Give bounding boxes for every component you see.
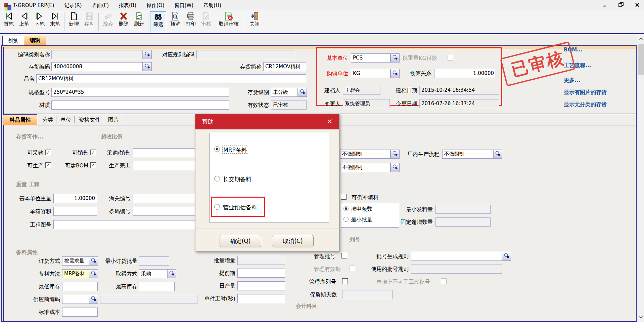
menu-app[interactable]: T-GROUP ERP(E): [13, 2, 54, 8]
close-icon[interactable]: ×: [634, 1, 641, 8]
dialog-option-longlead[interactable]: 长交期备料: [223, 175, 251, 183]
inv-code-lookup-button[interactable]: [143, 62, 152, 71]
lead-time-input[interactable]: [237, 269, 285, 278]
rule-code-input[interactable]: [196, 50, 295, 59]
toolbar-print[interactable]: 打印: [183, 11, 198, 32]
inv-level-lookup-button[interactable]: [298, 88, 307, 97]
toolbar-cancel-audit[interactable]: 取消审核: [214, 11, 243, 32]
subtab-image[interactable]: 图片: [106, 115, 121, 124]
audit-icon: [201, 11, 211, 21]
order-mode-lookup-button[interactable]: [89, 256, 98, 266]
acquire-input[interactable]: 采购: [139, 269, 167, 278]
toolbar-refresh[interactable]: 刷新: [131, 11, 147, 32]
dialog-radio-longlead[interactable]: [214, 176, 220, 182]
trade-unit-input[interactable]: KG: [351, 69, 390, 78]
toolbar-first-record[interactable]: 首笔: [1, 11, 16, 32]
tab-browse[interactable]: 浏览: [2, 36, 23, 45]
issue-by-request-radio[interactable]: [343, 206, 349, 211]
subtab-category[interactable]: 分类: [40, 115, 55, 124]
can-sell-checkbox[interactable]: ✓: [90, 150, 96, 155]
menu-window[interactable]: 窗口(W): [175, 2, 194, 9]
link-bom[interactable]: BOM...: [564, 47, 583, 53]
toolbar-prev-record[interactable]: 上笔: [16, 11, 32, 32]
vertical-scrollbar[interactable]: [637, 34, 644, 322]
subtab-qualification[interactable]: 资格文件: [76, 115, 103, 124]
limit2-input[interactable]: 不做限制: [340, 163, 390, 172]
can-produce-checkbox[interactable]: ✓: [45, 162, 51, 168]
supplier-input[interactable]: [62, 295, 89, 304]
product-name-input[interactable]: CR12MOV精料: [36, 74, 306, 83]
limit1-input[interactable]: 不做限制: [340, 150, 390, 159]
base-unit-lookup-button[interactable]: [390, 53, 400, 63]
manage-serial-checkbox[interactable]: [342, 278, 348, 284]
box-volume-input[interactable]: [53, 207, 97, 216]
scrollbar-thumb[interactable]: [638, 44, 644, 75]
manage-batch-checkbox[interactable]: [341, 253, 347, 258]
toolbar-next-record[interactable]: 下笔: [32, 11, 47, 32]
std-cost-input[interactable]: [62, 308, 98, 317]
dialog-radio-mrp[interactable]: [214, 146, 220, 152]
inv-code-input[interactable]: 400400008: [51, 62, 143, 71]
material-input[interactable]: [51, 100, 229, 110]
toolbar-preview[interactable]: 预览: [168, 11, 183, 32]
can-bom-checkbox[interactable]: ✓: [90, 162, 96, 168]
toolbar-last-record[interactable]: 末笔: [47, 11, 63, 32]
min-batch-radio[interactable]: [343, 217, 349, 222]
menu-help[interactable]: 帮助(H): [203, 2, 221, 9]
dialog-ok-button[interactable]: 确定(Q): [220, 235, 261, 247]
acquire-lookup-button[interactable]: [167, 269, 176, 278]
dialog-option-mrp[interactable]: MRP备料: [222, 146, 248, 154]
subtab-unit[interactable]: 单位: [58, 115, 74, 124]
menu-record[interactable]: 记录(R): [64, 2, 82, 9]
supplier-lookup-button[interactable]: [89, 295, 98, 304]
menu-operate[interactable]: 操作(O): [146, 2, 165, 9]
minimize-icon[interactable]: [601, 1, 609, 8]
backflush-checkbox[interactable]: [341, 194, 347, 200]
dialog-close-icon[interactable]: ×: [325, 117, 334, 126]
chevron-down-icon[interactable]: [637, 312, 644, 322]
tab-edit[interactable]: 编辑: [24, 35, 46, 45]
order-mode-input[interactable]: 按需求量: [62, 256, 89, 266]
chevron-up-icon[interactable]: [637, 34, 644, 44]
factory-flow-lookup-button[interactable]: [493, 150, 502, 159]
code-class-input[interactable]: [51, 50, 143, 59]
can-purchase-checkbox[interactable]: ✓: [45, 150, 51, 155]
inv-level-input[interactable]: 未分级: [271, 88, 298, 97]
daily-output-input[interactable]: [237, 281, 285, 290]
spare-method-lookup-button[interactable]: [89, 269, 98, 278]
menu-report[interactable]: 报表(B): [119, 2, 136, 9]
dialog-cancel-button[interactable]: 取消(C): [272, 235, 314, 247]
drawing-input[interactable]: [53, 220, 196, 229]
purchase-sale-ratio-input[interactable]: [133, 148, 196, 157]
spec-input[interactable]: 250*240*35: [51, 88, 229, 97]
limit2-lookup-button[interactable]: [390, 163, 400, 172]
base-weight-input[interactable]: 1.00000: [53, 194, 97, 203]
toolbar-exit[interactable]: 关闭: [247, 11, 262, 32]
link-show-unclassified[interactable]: 显示无分类的存货: [564, 101, 607, 108]
unit-time-input[interactable]: [237, 294, 285, 303]
min-stock-input[interactable]: [62, 282, 98, 291]
customs-input[interactable]: [133, 194, 196, 203]
subtab-item-props[interactable]: 料品属性: [3, 114, 37, 125]
conversion-input[interactable]: 1.00000: [434, 69, 496, 78]
link-process-flow[interactable]: 工艺流程...: [564, 62, 591, 69]
max-stock-input[interactable]: [139, 282, 175, 291]
spare-method-input[interactable]: MRP备料: [62, 269, 89, 278]
code-class-lookup-button[interactable]: [143, 50, 152, 59]
toolbar-filter[interactable]: 筛选: [150, 11, 166, 32]
inv-short-input[interactable]: CR12MOV精料: [263, 62, 306, 71]
barcode-input[interactable]: [133, 207, 196, 216]
batch-rule-input[interactable]: [411, 252, 502, 261]
toolbar-new[interactable]: 新增: [66, 11, 82, 32]
base-unit-input[interactable]: PCS: [351, 53, 390, 63]
batch-rule-lookup-button[interactable]: [502, 252, 511, 261]
prod-finish-ratio-input[interactable]: [133, 161, 196, 170]
restore-icon[interactable]: [617, 1, 625, 8]
link-more[interactable]: 更多...: [564, 77, 581, 84]
menu-interface[interactable]: 界面(F): [92, 2, 109, 9]
factory-flow-input[interactable]: 不做限制: [442, 150, 493, 159]
toolbar-delete[interactable]: 删除: [116, 11, 131, 32]
link-show-with-image[interactable]: 显示有图片的存货: [564, 89, 607, 96]
limit1-lookup-button[interactable]: [390, 150, 400, 159]
trade-unit-lookup-button[interactable]: [390, 69, 400, 78]
